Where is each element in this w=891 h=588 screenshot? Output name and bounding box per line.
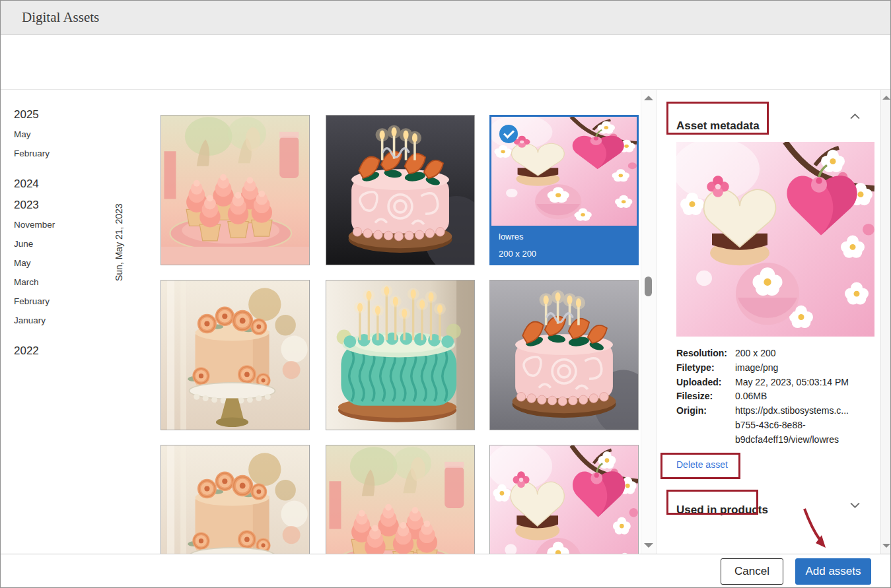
asset-thumbnail — [161, 280, 309, 430]
metadata-label: Filesize: — [676, 389, 735, 404]
digital-assets-dialog: Digital Assets 2025 May February 2024 20… — [0, 0, 891, 588]
metadata-row: Filesize: 0.06MB — [676, 389, 849, 404]
dialog-footer: Cancel Add assets — [1, 554, 890, 588]
metadata-row: Uploaded: May 22, 2023, 05:03:14 PM — [676, 376, 849, 390]
timeline-month[interactable]: February — [14, 296, 55, 307]
delete-asset-link[interactable]: Delete asset — [676, 459, 728, 470]
selected-check-icon[interactable] — [499, 125, 518, 143]
toolbar — [1, 35, 890, 90]
timeline-year[interactable]: 2025 — [14, 108, 55, 121]
asset-preview-image — [676, 142, 874, 337]
grid-scrollbar[interactable] — [641, 90, 656, 554]
used-in-products-header: Used in products — [676, 504, 768, 517]
asset-tile-pink-cake-dark[interactable] — [326, 115, 475, 265]
asset-thumbnail — [326, 115, 474, 265]
metadata-row: Filetype: image/png — [676, 361, 849, 376]
asset-thumbnail — [490, 280, 638, 430]
asset-tile-rose-cake[interactable] — [160, 280, 310, 430]
timeline-month[interactable]: November — [14, 220, 55, 230]
collapse-chevron-up-icon[interactable] — [850, 114, 860, 119]
timeline-year[interactable]: 2023 — [14, 199, 55, 212]
asset-tile-teal-cake[interactable] — [326, 280, 475, 430]
asset-tile-pink-cupcakes[interactable] — [160, 115, 310, 265]
metadata-label: Filetype: — [676, 361, 735, 376]
asset-tile-pink-cake-light[interactable] — [489, 280, 639, 430]
asset-name: lowres — [499, 232, 637, 242]
asset-resolution: 200 x 200 — [499, 249, 637, 259]
metadata-value: https://pdx.stibosystems.c... — [735, 404, 849, 418]
asset-thumbnail — [490, 445, 638, 554]
metadata-label: Uploaded: — [676, 376, 735, 390]
metadata-value: 200 x 200 — [735, 346, 776, 361]
metadata-label: Origin: — [676, 404, 735, 418]
timeline-spacer — [14, 168, 55, 178]
timeline-year[interactable]: 2024 — [14, 178, 55, 191]
metadata-row: Origin: https://pdx.stibosystems.c... — [676, 404, 849, 418]
expand-chevron-down-icon[interactable] — [850, 502, 860, 508]
timeline-month[interactable]: March — [14, 277, 55, 288]
asset-tile-rose-cake[interactable] — [160, 445, 310, 554]
metadata-value-continued: b9dcfa4eff19/view/lowres — [676, 433, 849, 447]
asset-browser-area: 2025 May February 2024 2023 November Jun… — [1, 90, 891, 554]
timeline-month[interactable]: May — [14, 129, 55, 140]
asset-tile-pink-cupcakes[interactable] — [326, 445, 475, 554]
asset-tile-macarons-selected[interactable]: lowres 200 x 200 — [489, 115, 639, 265]
asset-thumbnail — [161, 115, 309, 265]
selected-tile-footer: lowres 200 x 200 — [491, 226, 637, 263]
asset-thumbnail — [326, 445, 474, 554]
timeline-spacer — [14, 335, 55, 344]
asset-tile-macarons[interactable] — [489, 445, 639, 554]
scroll-up-icon[interactable] — [882, 96, 890, 100]
metadata-value: May 22, 2023, 05:03:14 PM — [735, 376, 849, 390]
asset-metadata-header: Asset metadata — [676, 119, 760, 133]
add-assets-button[interactable]: Add assets — [795, 558, 871, 585]
metadata-list: Resolution: 200 x 200 Filetype: image/pn… — [676, 346, 849, 447]
timeline-month[interactable]: February — [14, 148, 55, 159]
page-title: Digital Assets — [22, 9, 99, 26]
metadata-value: 0.06MB — [735, 389, 767, 404]
timeline-month[interactable]: June — [14, 239, 55, 249]
timeline-month[interactable]: May — [14, 258, 55, 269]
metadata-label: Resolution: — [676, 346, 735, 361]
panel-scrollbar[interactable] — [880, 90, 891, 554]
asset-thumbnail — [326, 280, 474, 430]
asset-thumbnail — [161, 445, 309, 554]
metadata-row: Resolution: 200 x 200 — [676, 346, 849, 361]
timeline-month[interactable]: January — [14, 315, 55, 326]
title-bar: Digital Assets — [1, 1, 890, 35]
metadata-value-continued: b755-43c6-8e88- — [676, 418, 849, 433]
timeline-year[interactable]: 2022 — [14, 344, 55, 358]
scroll-down-icon[interactable] — [644, 543, 653, 548]
timeline-sidebar: 2025 May February 2024 2023 November Jun… — [14, 108, 55, 366]
date-group-label: Sun, May 21, 2023 — [114, 203, 124, 281]
scroll-up-icon[interactable] — [644, 96, 653, 100]
asset-metadata-panel: Asset metadata Resolution: 200 x 200 Fil… — [657, 90, 880, 554]
cancel-button[interactable]: Cancel — [721, 558, 783, 585]
scroll-down-icon[interactable] — [882, 544, 890, 548]
metadata-value: image/png — [735, 361, 778, 376]
scrollbar-thumb[interactable] — [645, 277, 652, 296]
